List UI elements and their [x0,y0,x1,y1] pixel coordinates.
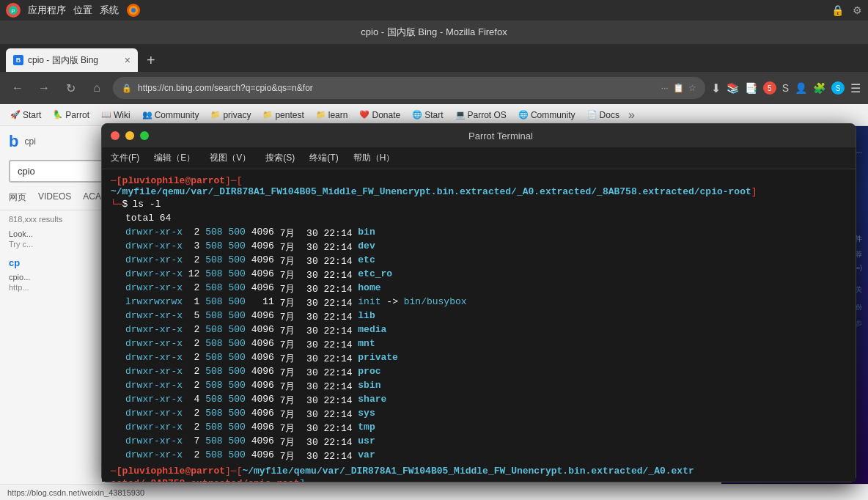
terminal-menu-search[interactable]: 搜索(S) [265,152,295,164]
bookmark-start2[interactable]: 🌐 Start [408,109,447,122]
bookmark-star-icon[interactable]: ☆ [688,83,696,93]
firefox-icon [126,3,141,18]
bookmark-label-parrot: Parrot [65,110,89,120]
prompt1-at: @ [185,175,191,186]
ls-line-tmp: drwxr-xr-x 2 508 500 4096 7月 30 22:14 tm… [125,422,847,435]
settings-icon: ⚙ [853,4,862,16]
bing-logo: b [9,132,18,151]
bing-nav-videos[interactable]: VIDEOS [38,188,71,207]
terminal-body[interactable]: ─[ pluviophile @ parrot ]─[ ~/myfile/qem… [102,169,856,482]
ls-line-media: drwxr-xr-x 2 508 500 4096 7月 30 22:14 me… [125,324,847,337]
ls-line-sbin: drwxr-xr-x 2 508 500 4096 7月 30 22:14 sb… [125,380,847,393]
profile-icon[interactable]: 👤 [795,82,807,94]
terminal-menubar: 文件(F) 编辑（E） 视图（V） 搜索(S) 终端(T) 帮助（H） [102,147,856,169]
bookmark-community2[interactable]: 🌐 Community [514,109,580,122]
terminal-command-1: └─ $ ls -l [111,199,847,210]
home-button[interactable]: ⌂ [87,78,107,98]
bookmark-icon-docs: 📄 [587,110,597,120]
addon-icon[interactable]: 🧩 [813,82,825,94]
bookmark-label-wiki: Wiki [114,110,130,120]
ls-line-proc: drwxr-xr-x 2 508 500 4096 7月 30 22:14 pr… [125,366,847,379]
menu-places[interactable]: 位置 [73,4,92,17]
bookmark-label-parrotos: Parrot OS [468,110,507,120]
bookmark-label-docs: Docs [600,110,619,120]
ls-line-usr: drwxr-xr-x 7 508 500 4096 7月 30 22:14 us… [125,435,847,449]
os-topbar: P 应用程序 位置 系统 🔒 ⚙ [0,0,868,21]
prompt1-host: parrot [191,175,225,186]
ls-line-sys: drwxr-xr-x 2 508 500 4096 7月 30 22:14 sy… [125,408,847,421]
bookmark-learn[interactable]: 📁 learn [312,109,353,122]
bookmark-label-community2: Community [531,110,575,120]
bookmark-icon-start2: 🌐 [412,110,422,120]
menu-button[interactable]: ☰ [850,81,861,95]
terminal-title-text: Parrot Terminal [155,130,847,141]
terminal-menu-file[interactable]: 文件(F) [111,152,139,164]
bookmark-parrotos[interactable]: 💻 Parrot OS [451,109,511,122]
browser-tab[interactable]: B cpio - 国内版 Bing × [6,48,138,72]
prompt2-user: pluviophile [122,466,185,477]
sync-icon[interactable]: S [782,82,789,94]
bookmark-icon-community2: 🌐 [518,110,529,120]
bing-nav-web[interactable]: 网页 [9,188,26,207]
new-tab-button[interactable]: + [141,48,161,72]
url-actions: ··· 📋 ☆ [661,83,696,93]
url-options-icon[interactable]: ··· [661,83,669,93]
bookmarks-more-button[interactable]: » [628,109,635,122]
bookmark-community1[interactable]: 👥 Community [138,109,204,122]
terminal-prompt-1: ─[ pluviophile @ parrot ]─[ ~/myfile/qem… [111,175,847,197]
download-icon[interactable]: ⬇ [711,81,721,95]
tab-favicon: B [13,55,23,65]
bookmark-pentest[interactable]: 📁 pentest [258,109,308,122]
tab-close-button[interactable]: × [125,54,130,66]
prompt1-dash: ─[ [111,175,122,186]
browser-title: cpio - 国内版 Bing - Mozilla Firefox [361,26,507,39]
menu-system[interactable]: 系统 [100,4,119,17]
reload-button[interactable]: ↻ [60,78,81,98]
browser-toolbar-right: ⬇ 📚 📑 5 S 👤 🧩 S ☰ [711,81,861,95]
ls-line-var: drwxr-xr-x 2 508 500 4096 7月 30 22:14 va… [125,449,847,463]
os-topbar-right: 🔒 ⚙ [831,4,862,16]
os-topbar-left: P 应用程序 位置 系统 [6,3,141,18]
url-bar[interactable]: 🔒 https://cn.bing.com/search?q=cpio&qs=n… [113,77,705,99]
terminal-menu-terminal[interactable]: 终端(T) [309,152,338,164]
prompt1-bracket: ]─[ [225,175,242,186]
bookmark-wiki[interactable]: 📖 Wiki [97,109,135,122]
back-button[interactable]: ← [7,78,28,98]
library-icon[interactable]: 📚 [727,82,739,94]
terminal-cmd-ls: ls -l [132,199,161,210]
bookmarks-icon[interactable]: 📑 [745,82,757,94]
ls-line-home: drwxr-xr-x 2 508 500 4096 7月 30 22:14 ho… [125,282,847,295]
ls-line-init: lrwxrwxrwx 1 508 500 11 7月 30 22:14 init… [125,296,847,309]
bookmark-icon-community1: 👥 [142,110,152,120]
bookmark-donate[interactable]: ❤️ Donate [355,109,405,122]
bookmark-privacy[interactable]: 📁 privacy [206,109,255,122]
ls-line-bin: drwxr-xr-x 2 508 500 4096 7月 30 22:14 bi… [125,227,847,240]
terminal-titlebar: Parrot Terminal [102,124,856,147]
terminal-menu-view[interactable]: 视图（V） [210,152,251,164]
terminal-minimize-button[interactable] [125,131,134,140]
terminal-close-button[interactable] [111,131,119,140]
menu-apps[interactable]: 应用程序 [28,4,66,17]
terminal-prompt-2b: acted/_8AB758.extracted/cpio-root ] [111,478,847,482]
bookmark-label-privacy: privacy [223,110,251,120]
tab-bar: B cpio - 国内版 Bing × + [0,44,868,72]
bing-search-label: cpi [24,136,35,147]
reader-mode-icon[interactable]: 📋 [673,83,684,93]
lock-icon: 🔒 [831,4,844,16]
bookmark-icon-wiki: 📖 [101,110,111,120]
bookmark-docs[interactable]: 📄 Docs [583,109,624,122]
bookmark-start1[interactable]: 🚀 Start [6,109,45,122]
bookmark-parrot[interactable]: 🦜 Parrot [48,109,94,122]
terminal-menu-edit[interactable]: 编辑（E） [154,152,195,164]
notification-badge: 5 [763,81,776,95]
bookmark-label-start2: Start [424,110,443,120]
parrot-os-icon: P [6,3,21,18]
security-lock-icon: 🔒 [122,84,132,93]
terminal-menu-help[interactable]: 帮助（H） [353,152,395,164]
forward-button[interactable]: → [34,78,54,98]
prompt1-dollar: $ [122,199,128,210]
ls-line-mnt: drwxr-xr-x 2 508 500 4096 7月 30 22:14 mn… [125,338,847,351]
terminal-maximize-button[interactable] [140,131,149,140]
bookmark-icon-privacy: 📁 [210,110,221,120]
skype-icon[interactable]: S [831,81,845,95]
